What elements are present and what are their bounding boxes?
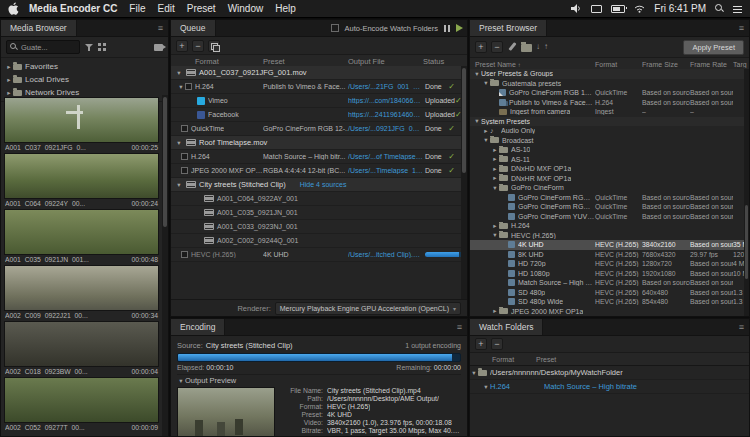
tree-chevron-icon[interactable] <box>473 117 481 125</box>
preset-row[interactable]: GoPro CineForm RGB 12-bit with alpha Qui… <box>470 193 749 203</box>
remove-source-button[interactable] <box>192 40 204 52</box>
tree-chevron-icon[interactable] <box>482 127 490 135</box>
publish-destination[interactable]: Vimeo <box>208 97 228 104</box>
chevron-down-icon[interactable] <box>175 139 183 147</box>
volume-icon[interactable] <box>571 4 582 13</box>
chevron-right-icon[interactable] <box>5 63 13 71</box>
tree-chevron-icon[interactable] <box>473 70 481 78</box>
output-preset[interactable]: RGBA 4:4:4:4 12-bit (BC... <box>263 167 348 174</box>
tab-queue[interactable]: Queue <box>171 20 216 36</box>
tree-chevron-icon[interactable] <box>491 231 499 239</box>
output-format[interactable]: H.264 <box>195 83 214 90</box>
chevron-down-icon[interactable] <box>482 383 490 391</box>
upload-url-link[interactable]: https://...24119614602283 <box>348 111 423 118</box>
queue-publish-row[interactable]: Facebook https://...24119614602283 Uploa… <box>171 108 461 122</box>
column-frame-rate[interactable]: Frame Rate <box>690 61 733 68</box>
preset-row[interactable]: Audio Only <box>470 126 749 136</box>
preset-row[interactable]: H.264 <box>470 221 749 231</box>
tree-item[interactable]: Favorites <box>1 60 168 73</box>
preset-row[interactable]: GoPro CineForm RGB 12-bit with alpha (Al… <box>470 88 749 98</box>
queue-stitch-source-row[interactable]: A001_C064_0922AY_001 <box>171 192 461 206</box>
output-file-link[interactable]: /Users/...Timelapse_1.mxf <box>348 167 423 174</box>
column-format[interactable]: Format <box>595 61 642 68</box>
tree-item[interactable]: Local Drives <box>1 73 168 86</box>
battery-icon[interactable] <box>611 5 625 13</box>
clip-thumbnail[interactable] <box>4 321 159 367</box>
output-checkbox[interactable] <box>185 83 192 90</box>
queue-publish-row[interactable]: Vimeo https://...com/184066142 Uploaded <box>171 94 461 108</box>
spotlight-search-icon[interactable] <box>715 4 724 13</box>
watch-output-preset[interactable]: Match Source – High bitrate <box>544 382 749 391</box>
renderer-select[interactable]: Mercury Playback Engine GPU Acceleration… <box>275 302 461 315</box>
preset-row[interactable]: JPEG 2000 MXF OP1a <box>470 307 749 317</box>
preset-row[interactable]: GoPro CineForm YUV 10-bit QuickTime Base… <box>470 212 749 222</box>
filter-icon[interactable] <box>85 43 93 51</box>
queue-output-row[interactable]: H.264 Publish to Vimeo & Face... /Users/… <box>171 80 461 94</box>
preset-row[interactable]: Ingest from camera Ingest – – <box>470 107 749 117</box>
hide-sources-link[interactable]: Hide 4 sources <box>300 181 347 188</box>
output-file-link[interactable]: /Users/...of Timelapse.mp4 <box>348 153 423 160</box>
preset-row[interactable]: AS-11 <box>470 155 749 165</box>
output-file-link[interactable]: /Users/...21FG_001_1.mp4 <box>348 83 423 90</box>
panel-menu-icon[interactable] <box>153 20 168 36</box>
preset-row[interactable]: HD 1080p HEVC (H.265) 1920x1080 Based on… <box>470 269 749 279</box>
output-checkbox[interactable] <box>181 153 188 160</box>
output-format[interactable]: HEVC (H.265) <box>191 251 236 258</box>
preset-row[interactable]: DNxHD MXF OP1a <box>470 164 749 174</box>
notification-center-icon[interactable] <box>733 5 742 13</box>
output-preset[interactable]: Match Source – High bitr... <box>263 153 348 160</box>
clip-thumbnail[interactable] <box>4 265 159 311</box>
output-preset[interactable]: Publish to Vimeo & Face... <box>263 83 348 90</box>
output-checkbox[interactable] <box>181 167 188 174</box>
tab-watch-folders[interactable]: Watch Folders <box>470 319 543 335</box>
queue-stitch-source-row[interactable]: A002_C002_09244Q_001 <box>171 234 461 248</box>
output-format[interactable]: JPEG 2000 MXF OP1a <box>191 167 263 174</box>
tree-chevron-icon[interactable] <box>491 174 499 182</box>
queue-encoding-row[interactable]: HEVC (H.265) 4K UHD /Users/...itched Cli… <box>171 248 461 262</box>
chevron-right-icon[interactable] <box>5 76 13 84</box>
tree-chevron-icon[interactable] <box>491 155 499 163</box>
preset-row[interactable]: Guatemala presets <box>470 79 749 89</box>
menubar-clock[interactable]: Fri 6:41 PM <box>654 3 706 14</box>
clip-thumbnail[interactable] <box>4 209 159 255</box>
chevron-down-icon[interactable] <box>177 83 185 91</box>
preset-row[interactable]: Publish to Vimeo & Facebook H.264 Based … <box>470 98 749 108</box>
column-frame-size[interactable]: Frame Size <box>642 61 690 68</box>
output-file-link[interactable]: /Users/...0921JFG_001.mov <box>348 125 423 132</box>
queue-source-row[interactable]: A001_C037_0921JFG_001.mov <box>171 66 461 80</box>
queue-stitch-source-row[interactable]: A001_C035_0921JN_001 <box>171 206 461 220</box>
output-preset[interactable]: 4K UHD <box>263 251 348 258</box>
auto-encode-checkbox[interactable] <box>331 24 339 32</box>
watch-output-format[interactable]: H.264 <box>490 382 544 391</box>
publish-destination[interactable]: Facebook <box>208 111 239 118</box>
media-clip[interactable]: A001_C064_09224Y_00... 00:00:24 <box>4 153 159 207</box>
chevron-down-icon[interactable] <box>177 377 185 385</box>
menubar-item[interactable]: Edit <box>157 3 174 14</box>
chevron-down-icon[interactable] <box>470 369 478 377</box>
apply-preset-button[interactable]: Apply Preset <box>683 40 744 55</box>
thumbnail-view-icon[interactable] <box>98 43 106 51</box>
delete-preset-button[interactable] <box>491 41 503 53</box>
output-format[interactable]: H.264 <box>191 153 210 160</box>
preset-row[interactable]: SD 480p Wide HEVC (H.265) 854x480 Based … <box>470 297 749 307</box>
output-checkbox[interactable] <box>181 251 188 258</box>
upload-url-link[interactable]: https://...com/184066142 <box>348 97 423 104</box>
add-watch-folder-button[interactable] <box>475 338 487 350</box>
preset-row[interactable]: System Presets <box>470 117 749 127</box>
output-checkbox[interactable] <box>181 125 188 132</box>
queue-output-row[interactable]: H.264 Match Source – High bitr... /Users… <box>171 150 461 164</box>
clip-thumbnail[interactable] <box>4 97 159 143</box>
watch-folder-output-row[interactable]: H.264 Match Source – High bitrate <box>470 380 749 394</box>
queue-stitch-source-row[interactable]: A001_C033_0923NJ_001 <box>171 220 461 234</box>
preset-row[interactable]: AS-10 <box>470 145 749 155</box>
menubar-item[interactable]: Window <box>228 3 264 14</box>
ingest-icon[interactable] <box>154 44 163 51</box>
tree-chevron-icon[interactable] <box>482 136 490 144</box>
edit-preset-icon[interactable] <box>507 42 517 52</box>
app-name-menu[interactable]: Media Encoder CC <box>29 3 117 14</box>
tab-preset-browser[interactable]: Preset Browser <box>470 20 547 36</box>
add-source-button[interactable] <box>176 40 188 52</box>
tab-encoding[interactable]: Encoding <box>171 319 225 335</box>
tree-chevron-icon[interactable] <box>491 146 499 154</box>
media-scrollbar[interactable] <box>162 95 168 436</box>
